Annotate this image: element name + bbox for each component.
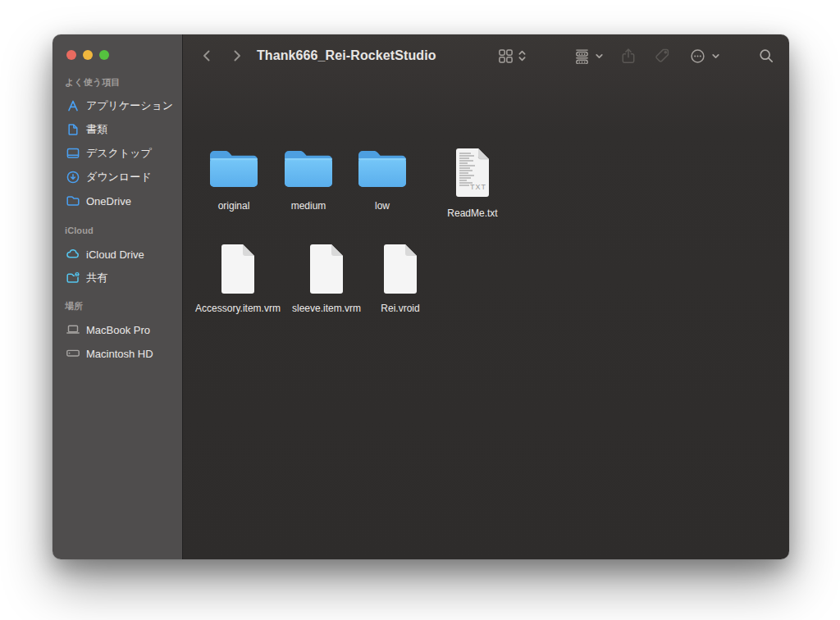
sidebar-section-locations: 場所 MacBook Pro Macintosh HD <box>52 300 182 367</box>
chevron-down-icon <box>594 51 605 62</box>
txt-badge: TXT <box>470 183 486 191</box>
folder-icon <box>66 194 80 208</box>
forward-button[interactable] <box>230 34 244 77</box>
chevron-down-icon <box>710 51 721 62</box>
sidebar-item-desktop[interactable]: デスクトップ <box>57 144 177 163</box>
grid-view-icon <box>498 48 514 64</box>
file-label: Rei.vroid <box>381 303 419 315</box>
sidebar-item-macintosh-hd[interactable]: Macintosh HD <box>57 344 177 363</box>
file-label: medium <box>291 200 326 212</box>
blank-file-icon <box>219 243 257 294</box>
chevron-left-icon <box>199 48 214 64</box>
sidebar-section-header: 場所 <box>52 300 182 312</box>
sidebar-item-label: 書類 <box>86 122 107 137</box>
sidebar-section-favorites: よく使う項目 アプリケーション 書類 <box>52 76 182 215</box>
file-item-original[interactable]: original <box>193 148 275 212</box>
share-button <box>620 34 637 77</box>
blank-file-icon <box>381 243 419 294</box>
file-label: original <box>218 200 250 212</box>
search-button[interactable] <box>758 34 774 77</box>
app-store-a-icon <box>66 98 80 113</box>
sidebar-section-icloud: iCloud iCloud Drive <box>52 225 182 292</box>
zoom-button[interactable] <box>99 50 109 60</box>
view-mode-button[interactable] <box>498 34 527 77</box>
tag-button <box>654 34 670 77</box>
file-label: ReadMe.txt <box>447 207 497 220</box>
finder-window: よく使う項目 アプリケーション 書類 <box>52 34 789 559</box>
file-grid: original medium <box>183 77 789 559</box>
sidebar-item-downloads[interactable]: ダウンロード <box>57 167 177 187</box>
sidebar-item-label: 共有 <box>86 271 107 285</box>
share-icon <box>620 48 637 65</box>
sidebar-item-label: iCloud Drive <box>86 248 144 261</box>
sidebar-section-header: よく使う項目 <box>52 76 182 88</box>
sidebar-item-icloud-drive[interactable]: iCloud Drive <box>57 244 177 264</box>
file-item-low[interactable]: low <box>341 148 423 212</box>
cloud-icon <box>66 247 80 262</box>
sidebar-item-label: OneDrive <box>86 195 131 207</box>
more-options-button[interactable] <box>689 34 721 77</box>
magnifier-icon <box>758 48 774 64</box>
folder-icon <box>357 148 408 191</box>
laptop-icon <box>66 322 80 337</box>
sidebar-item-applications[interactable]: アプリケーション <box>57 96 177 116</box>
file-item-readme[interactable]: TXT ReadMe.txt <box>431 147 514 220</box>
ellipsis-circle-icon <box>689 48 706 65</box>
group-by-button[interactable] <box>574 34 605 77</box>
sidebar-item-label: デスクトップ <box>86 146 152 161</box>
sidebar-item-label: MacBook Pro <box>86 324 150 336</box>
toolbar: Thank666_Rei-RocketStudio <box>183 34 789 77</box>
sidebar-item-documents[interactable]: 書類 <box>57 120 177 139</box>
sidebar-item-onedrive[interactable]: OneDrive <box>57 191 177 211</box>
file-item-medium[interactable]: medium <box>267 148 349 212</box>
folder-icon <box>283 148 334 191</box>
shared-folder-icon <box>66 271 80 285</box>
download-circle-icon <box>66 170 80 185</box>
document-icon <box>66 122 80 137</box>
file-label: Accessory.item.vrm <box>195 303 281 315</box>
hard-drive-icon <box>66 346 80 361</box>
close-button[interactable] <box>66 50 76 60</box>
sidebar: よく使う項目 アプリケーション 書類 <box>52 34 183 559</box>
sidebar-item-label: アプリケーション <box>86 98 173 113</box>
finder-main-pane: Thank666_Rei-RocketStudio <box>183 34 789 559</box>
tag-icon <box>654 48 670 64</box>
up-down-chevrons-icon <box>518 48 527 63</box>
file-item-accessory-vrm[interactable]: Accessory.item.vrm <box>193 243 283 315</box>
file-label: sleeve.item.vrm <box>292 303 361 315</box>
traffic-lights <box>66 50 109 60</box>
back-button[interactable] <box>199 34 214 77</box>
blank-file-icon <box>308 243 345 294</box>
desktop-icon <box>66 146 80 161</box>
minimize-button[interactable] <box>83 50 93 60</box>
chevron-right-icon <box>230 48 244 64</box>
group-by-icon <box>574 48 590 64</box>
sidebar-item-macbook-pro[interactable]: MacBook Pro <box>57 320 177 340</box>
window-title: Thank666_Rei-RocketStudio <box>257 34 436 77</box>
text-file-icon: TXT <box>453 147 492 198</box>
folder-icon <box>208 148 259 191</box>
sidebar-item-label: ダウンロード <box>86 170 152 185</box>
sidebar-item-shared[interactable]: 共有 <box>57 268 177 288</box>
sidebar-section-header: iCloud <box>52 225 182 236</box>
file-label: low <box>375 200 390 212</box>
sidebar-item-label: Macintosh HD <box>86 348 153 360</box>
file-item-rei-vroid[interactable]: Rei.vroid <box>355 243 445 315</box>
